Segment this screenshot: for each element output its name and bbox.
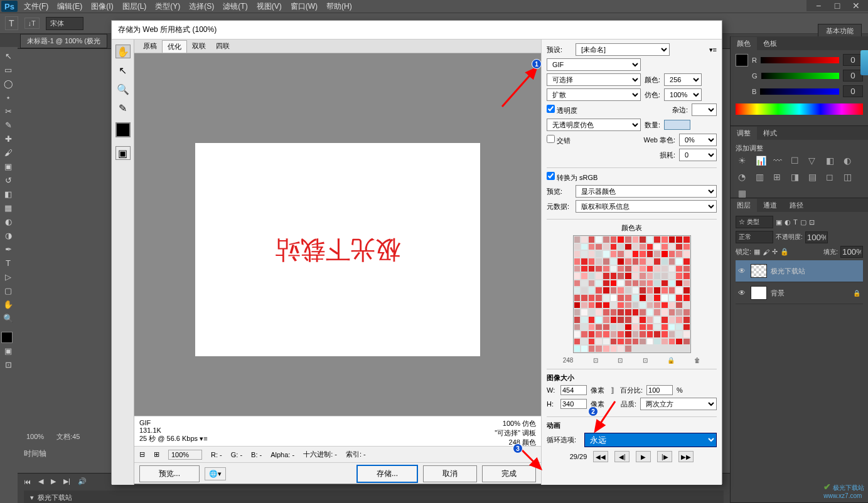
- eraser-tool-icon[interactable]: ◧: [1, 188, 15, 200]
- brightness-icon[interactable]: ☀: [738, 156, 749, 166]
- ct-icon[interactable]: ⊡: [618, 357, 623, 364]
- type-orientation-icon[interactable]: ↓T: [24, 18, 40, 29]
- amount-input[interactable]: [664, 120, 690, 130]
- gradient-tool-icon[interactable]: ▦: [1, 201, 15, 214]
- mixer-icon[interactable]: ▥: [756, 172, 767, 182]
- layer-filter-select[interactable]: ☆ 类型: [736, 216, 773, 228]
- g-slider[interactable]: [761, 73, 839, 79]
- font-family-select[interactable]: 宋体: [46, 17, 83, 30]
- cancel-button[interactable]: 取消: [423, 465, 477, 482]
- blur-tool-icon[interactable]: ◐: [1, 215, 15, 228]
- slice-tool-icon[interactable]: ↖: [115, 63, 131, 77]
- ct-icon[interactable]: ⊡: [643, 357, 648, 364]
- lossy-select[interactable]: 0: [679, 149, 717, 161]
- document-tab[interactable]: 未标题-1 @ 100% (极光: [20, 34, 107, 48]
- pen-tool-icon[interactable]: ✒: [1, 243, 15, 255]
- type-tool-icon[interactable]: T: [5, 16, 18, 30]
- menu-filter[interactable]: 滤镜(T): [223, 1, 247, 12]
- tab-channels[interactable]: 通道: [757, 199, 783, 212]
- preview-profile-select[interactable]: 显示器颜色: [576, 185, 717, 198]
- audio-icon[interactable]: 🔊: [78, 477, 87, 485]
- slice-visibility-icon[interactable]: ▣: [115, 146, 131, 160]
- filter-pixel-icon[interactable]: ▣: [776, 218, 782, 226]
- tab-4up[interactable]: 四联: [211, 40, 235, 52]
- save-button[interactable]: 存储...: [356, 465, 418, 483]
- zoom-tool-icon[interactable]: 🔍: [115, 82, 131, 96]
- metadata-select[interactable]: 版权和联系信息: [576, 200, 717, 213]
- selcolor-icon[interactable]: ▦: [738, 188, 749, 198]
- reduction-select[interactable]: 可选择: [547, 73, 641, 86]
- ct-icon[interactable]: ⊡: [593, 357, 598, 364]
- format-select[interactable]: GIF: [547, 58, 641, 71]
- history-brush-icon[interactable]: ↺: [1, 174, 15, 186]
- timeline-track-label[interactable]: 极光下载站: [38, 493, 72, 502]
- width-input[interactable]: [560, 385, 587, 395]
- color-table[interactable]: [573, 235, 691, 353]
- tab-paths[interactable]: 路径: [783, 199, 810, 212]
- quick-mask-icon[interactable]: ▣: [1, 344, 15, 357]
- prev-frame-icon[interactable]: ◀|: [614, 451, 630, 462]
- link-icon[interactable]: ⟧: [611, 386, 614, 394]
- gradmap-icon[interactable]: ◫: [844, 172, 855, 182]
- quality-select[interactable]: 两次立方: [640, 398, 717, 410]
- move-tool-icon[interactable]: ↖: [1, 50, 15, 62]
- tab-adjustments[interactable]: 调整: [731, 127, 757, 140]
- browser-icon[interactable]: 🌐▾: [205, 467, 226, 480]
- dither-method-select[interactable]: 扩散: [547, 88, 641, 101]
- layer-item[interactable]: 👁 背景 🔒: [736, 282, 863, 304]
- tab-swatches[interactable]: 色板: [757, 37, 783, 50]
- b-input[interactable]: [843, 85, 863, 97]
- menu-view[interactable]: 视图(V): [257, 1, 282, 12]
- chevron-down-icon[interactable]: ▾: [30, 494, 34, 502]
- zoom-out-icon[interactable]: ⊟: [139, 450, 145, 458]
- close-icon[interactable]: ✕: [850, 1, 862, 10]
- interlace-checkbox[interactable]: [547, 135, 555, 143]
- lock-pos-icon[interactable]: ✢: [772, 248, 778, 256]
- zoom-in-icon[interactable]: ⊞: [154, 450, 159, 458]
- percent-input[interactable]: [646, 385, 673, 395]
- post-icon[interactable]: ▤: [808, 172, 820, 182]
- minimize-icon[interactable]: −: [813, 1, 824, 10]
- layer-name[interactable]: 背景: [771, 289, 785, 298]
- fill-input[interactable]: [840, 246, 863, 258]
- next-frame-icon[interactable]: |▶: [657, 451, 672, 462]
- screen-mode-icon[interactable]: ⊡: [1, 358, 15, 371]
- preset-select[interactable]: [未命名]: [576, 43, 670, 56]
- menu-image[interactable]: 图像(I): [91, 1, 113, 12]
- spectrum-bar[interactable]: [736, 103, 863, 115]
- hue-icon[interactable]: ◧: [826, 156, 837, 166]
- tab-original[interactable]: 原稿: [138, 40, 162, 52]
- preset-menu-icon[interactable]: ▾≡: [709, 46, 717, 54]
- menu-window[interactable]: 窗口(W): [291, 1, 318, 12]
- first-frame-icon[interactable]: ◀◀: [593, 451, 608, 462]
- menu-type[interactable]: 类型(Y): [155, 1, 180, 12]
- dither-select[interactable]: 100%: [664, 88, 702, 101]
- collapsed-panel-tab[interactable]: [860, 50, 868, 75]
- photo-filter-icon[interactable]: ◔: [738, 172, 749, 182]
- tab-2up[interactable]: 双联: [187, 40, 211, 52]
- web-snap-select[interactable]: 0%: [679, 134, 717, 146]
- menu-edit[interactable]: 编辑(E): [57, 1, 82, 12]
- last-frame-icon[interactable]: ▶▶: [678, 451, 694, 462]
- wand-tool-icon[interactable]: ⋆: [1, 91, 15, 103]
- colors-select[interactable]: 256: [664, 73, 702, 86]
- trans-dither-select[interactable]: 无透明度仿色: [547, 119, 641, 131]
- filter-smart-icon[interactable]: ⊡: [809, 218, 815, 226]
- lock-all-icon[interactable]: 🔒: [780, 248, 789, 256]
- tab-styles[interactable]: 样式: [757, 127, 783, 140]
- shape-tool-icon[interactable]: ▢: [1, 284, 15, 297]
- thresh-icon[interactable]: ◻: [826, 172, 837, 182]
- done-button[interactable]: 完成: [482, 465, 536, 482]
- play-icon[interactable]: ▶: [51, 477, 56, 485]
- visibility-icon[interactable]: 👁: [738, 289, 747, 297]
- dodge-tool-icon[interactable]: ◑: [1, 229, 15, 241]
- curves-icon[interactable]: 〰: [773, 156, 785, 166]
- path-select-icon[interactable]: ▷: [1, 270, 15, 283]
- zoom-level[interactable]: 100%: [26, 433, 44, 440]
- lock-trans-icon[interactable]: ▦: [754, 248, 760, 256]
- filter-type-icon[interactable]: T: [793, 218, 798, 226]
- play-icon[interactable]: ▶: [636, 451, 651, 462]
- zoom-select[interactable]: 100%: [168, 450, 202, 460]
- next-frame-icon[interactable]: ▶|: [63, 477, 70, 485]
- hand-tool-icon[interactable]: ✋: [1, 298, 15, 310]
